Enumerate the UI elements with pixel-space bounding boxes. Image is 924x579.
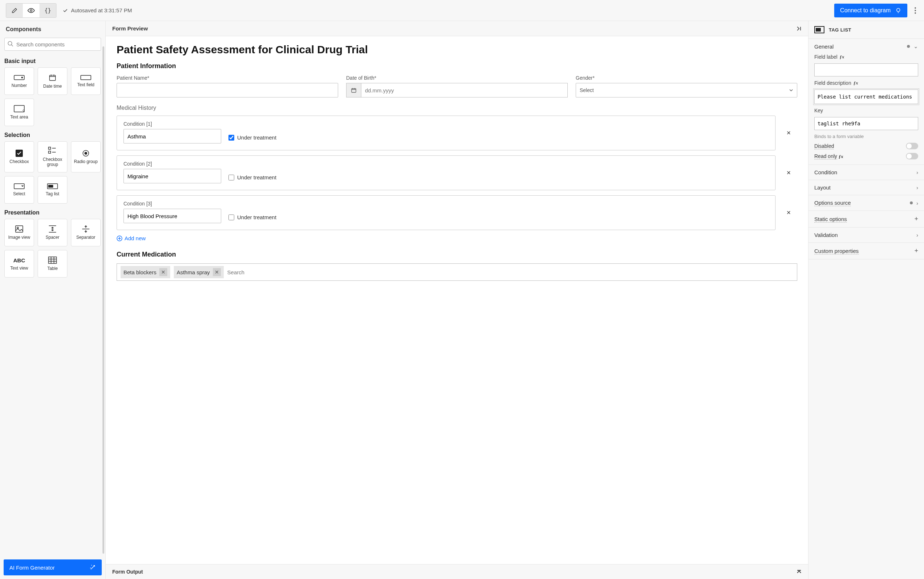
ai-button-label: AI Form Generator [10, 564, 55, 571]
remove-tag-button[interactable]: ✕ [213, 268, 221, 276]
medication-taglist[interactable]: Beta blockers ✕ Asthma spray ✕ [117, 263, 797, 281]
field-description-input[interactable] [814, 90, 918, 104]
scrollbar[interactable] [103, 46, 104, 554]
tag-item: Beta blockers ✕ [121, 266, 170, 278]
remove-condition-button[interactable]: ✕ [786, 170, 791, 176]
autosave-status: Autosaved at 3:31:57 PM [62, 7, 132, 13]
check-icon [62, 8, 68, 13]
condition-input[interactable] [124, 129, 221, 144]
palette-textarea[interactable]: Text area [4, 98, 34, 126]
gender-select[interactable]: Select [576, 83, 797, 98]
edit-mode-button[interactable] [6, 3, 23, 17]
plus-icon[interactable]: + [914, 247, 918, 255]
palette-datetime[interactable]: Date time [37, 67, 67, 95]
key-label: Key [814, 108, 823, 113]
patient-name-label: Patient Name* [117, 75, 338, 81]
treatment-checkbox[interactable] [228, 175, 234, 180]
key-hint: Binds to a form variable [814, 134, 918, 139]
palette-textfield[interactable]: Text field [71, 67, 101, 95]
treatment-checkbox-row[interactable]: Under treatment [228, 174, 276, 183]
palette-taglist[interactable]: Tag list [37, 176, 67, 204]
section-options-source[interactable]: Options source› [808, 195, 924, 211]
section-condition[interactable]: Condition› [808, 165, 924, 180]
section-general[interactable]: General ⌄ [808, 39, 924, 54]
condition-input[interactable] [124, 169, 221, 183]
remove-tag-button[interactable]: ✕ [159, 268, 167, 276]
svg-rect-19 [16, 226, 23, 232]
field-description-label: Field description [814, 80, 851, 86]
textfield-icon [80, 75, 91, 80]
palette-spacer[interactable]: Spacer [37, 219, 67, 246]
textview-icon: ABC [13, 257, 25, 263]
section-validation[interactable]: Validation› [808, 227, 924, 242]
svg-rect-18 [49, 185, 53, 187]
palette-imageview[interactable]: Image view [4, 219, 34, 246]
svg-point-0 [30, 10, 32, 11]
search-icon [7, 41, 14, 47]
dob-input[interactable] [361, 83, 568, 98]
palette-textview[interactable]: ABCText view [4, 250, 34, 278]
center-panel: Form Preview Patient Safety Assessment f… [106, 21, 808, 579]
chevron-right-icon: › [916, 185, 918, 191]
spacer-icon [49, 226, 57, 232]
calendar-button[interactable] [346, 83, 361, 98]
fx-icon[interactable]: ƒx [839, 154, 843, 159]
dot-indicator-icon [910, 201, 913, 204]
palette-separator[interactable]: Separator [71, 219, 101, 246]
connect-diagram-button[interactable]: Connect to diagram [834, 3, 907, 17]
treatment-checkbox-row[interactable]: Under treatment [228, 214, 276, 223]
patient-name-input[interactable] [117, 83, 338, 98]
eye-icon [28, 7, 35, 14]
ai-form-generator-button[interactable]: AI Form Generator [3, 559, 102, 576]
palette-checkbox-group[interactable]: Checkbox group [37, 141, 67, 172]
treatment-checkbox[interactable] [228, 214, 234, 220]
palette-select[interactable]: Select [4, 176, 34, 204]
palette-checkbox[interactable]: Checkbox [4, 141, 34, 172]
preview-mode-button[interactable] [23, 3, 39, 17]
form-output-bar[interactable]: Form Output [106, 564, 808, 579]
more-menu-button[interactable] [913, 5, 918, 16]
svg-point-2 [914, 7, 916, 9]
fx-icon[interactable]: ƒx [840, 54, 844, 60]
svg-point-7 [22, 77, 23, 78]
section-layout[interactable]: Layout› [808, 180, 924, 195]
key-input[interactable] [814, 117, 918, 130]
taglist-icon [47, 183, 58, 189]
palette-number[interactable]: Number [4, 67, 34, 95]
section-selection: Selection [0, 128, 105, 141]
form-output-label: Form Output [112, 569, 143, 575]
readonly-toggle[interactable] [906, 153, 918, 159]
properties-panel: TAG LIST General ⌄ Field label ƒx Field … [808, 21, 924, 579]
chevron-right-icon: › [916, 200, 918, 206]
svg-point-4 [914, 12, 916, 14]
disabled-toggle[interactable] [906, 143, 918, 149]
section-custom-properties[interactable]: Custom properties+ [808, 243, 924, 259]
svg-rect-21 [49, 257, 57, 263]
add-condition-button[interactable]: Add new [117, 235, 797, 241]
calendar-icon [49, 74, 57, 82]
section-static-options[interactable]: Static options+ [808, 211, 924, 227]
search-input[interactable] [4, 38, 101, 51]
radio-icon [82, 150, 90, 157]
plus-icon[interactable]: + [914, 215, 918, 223]
remove-condition-button[interactable]: ✕ [786, 130, 791, 136]
palette-radio-group[interactable]: Radio group [71, 141, 101, 172]
remove-condition-button[interactable]: ✕ [786, 209, 791, 216]
preview-header: Form Preview [106, 21, 808, 36]
condition-input[interactable] [124, 209, 221, 223]
tag-search-input[interactable] [227, 269, 793, 275]
fx-icon[interactable]: ƒx [853, 80, 858, 86]
svg-point-5 [8, 41, 12, 45]
chevron-right-icon: › [916, 232, 918, 238]
treatment-checkbox[interactable] [228, 135, 234, 141]
checkbox-icon [16, 150, 23, 157]
calendar-small-icon [351, 87, 357, 93]
collapse-right-button[interactable] [796, 26, 802, 31]
field-label-input[interactable] [814, 64, 918, 77]
svg-point-3 [914, 10, 916, 11]
code-mode-button[interactable]: {} [39, 3, 56, 17]
treatment-checkbox-row[interactable]: Under treatment [228, 134, 276, 144]
form-title: Patient Safety Assessment for Clinical D… [117, 44, 797, 56]
palette-table[interactable]: Table [37, 250, 67, 278]
expand-up-icon [797, 569, 802, 574]
